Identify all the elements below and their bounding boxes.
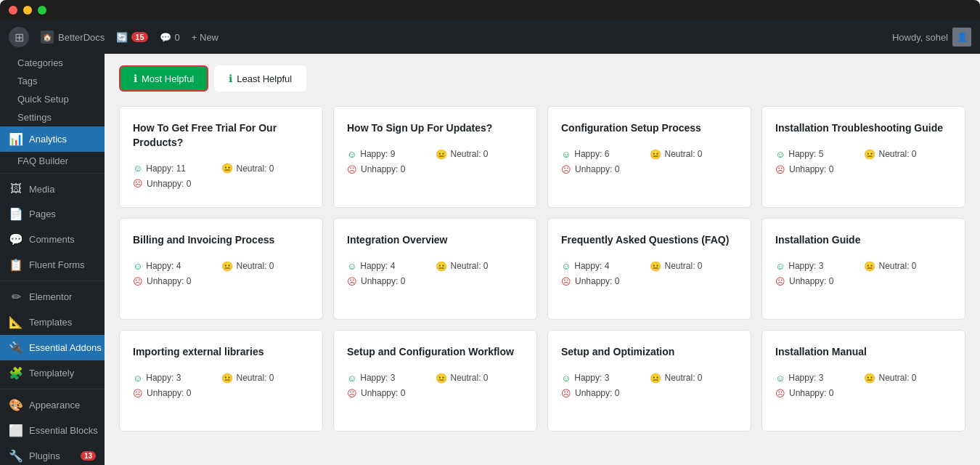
unhappy-label: Unhappy: 0 bbox=[147, 179, 191, 189]
avatar[interactable]: 👤 bbox=[952, 28, 971, 46]
sidebar-item-quick-setup[interactable]: Quick Setup bbox=[0, 90, 105, 108]
unhappy-stat: ☹ Unhappy: 0 bbox=[561, 388, 650, 399]
sidebar-essential-blocks-label: Essential Blocks bbox=[29, 425, 98, 436]
doc-card-11[interactable]: Setup and Optimization ☺ Happy: 3 😐 Neut… bbox=[547, 330, 751, 432]
neutral-label: Neutral: 0 bbox=[879, 261, 917, 271]
unhappy-stat: ☹ Unhappy: 0 bbox=[347, 164, 436, 175]
unhappy-label: Unhappy: 0 bbox=[147, 388, 191, 398]
templately-icon: 🧩 bbox=[9, 366, 23, 380]
sidebar-templates-label: Templates bbox=[29, 317, 72, 328]
sidebar-item-comments[interactable]: 💬 Comments bbox=[0, 227, 105, 252]
unhappy-icon: ☹ bbox=[775, 276, 785, 287]
cards-grid: How To Get Free Trial For Our Products? … bbox=[119, 106, 965, 432]
unhappy-icon: ☹ bbox=[347, 276, 357, 287]
sidebar-pages-label: Pages bbox=[29, 209, 56, 219]
doc-card-3[interactable]: Configuration Setup Process ☺ Happy: 6 😐… bbox=[547, 106, 751, 208]
doc-card-10[interactable]: Setup and Configuration Workflow ☺ Happy… bbox=[333, 330, 537, 432]
tab-least-helpful[interactable]: ℹ Least Helpful bbox=[214, 65, 306, 92]
doc-card-8[interactable]: Installation Guide ☺ Happy: 3 😐 Neutral:… bbox=[761, 218, 965, 320]
sidebar-item-pages[interactable]: 📄 Pages bbox=[0, 201, 105, 227]
sidebar-item-faq-builder[interactable]: FAQ Builder bbox=[0, 152, 105, 170]
sidebar-item-templately[interactable]: 🧩 Templately bbox=[0, 360, 105, 386]
sidebar-item-settings[interactable]: Settings bbox=[0, 108, 105, 126]
comments-group[interactable]: 💬 0 bbox=[160, 32, 180, 43]
neutral-icon: 😐 bbox=[650, 373, 661, 384]
card-stats: ☺ Happy: 6 😐 Neutral: 0 ☹ Unhappy: 0 bbox=[561, 149, 738, 175]
card-stats: ☺ Happy: 3 😐 Neutral: 0 ☹ Unhappy: 0 bbox=[561, 373, 738, 399]
sidebar-item-essential-addons[interactable]: 🔌 Essential Addons 1 bbox=[0, 335, 105, 360]
neutral-stat: 😐 Neutral: 0 bbox=[436, 149, 524, 160]
app-layout: Categories Tags Quick Setup Settings 📊 A… bbox=[0, 54, 980, 465]
maximize-button[interactable] bbox=[38, 6, 46, 15]
sidebar-item-analytics[interactable]: 📊 Analytics bbox=[0, 126, 105, 152]
card-title: Installation Troubleshooting Guide bbox=[775, 121, 952, 136]
unhappy-icon: ☹ bbox=[133, 178, 143, 189]
updates-icon: 🔄 bbox=[116, 32, 128, 43]
howdy-text: Howdy, sohel bbox=[892, 32, 948, 43]
doc-card-1[interactable]: How To Get Free Trial For Our Products? … bbox=[119, 106, 323, 208]
doc-card-9[interactable]: Importing external libraries ☺ Happy: 3 … bbox=[119, 330, 323, 432]
neutral-label: Neutral: 0 bbox=[237, 163, 274, 174]
happy-icon: ☺ bbox=[347, 261, 356, 272]
admin-bar-right: Howdy, sohel 👤 bbox=[892, 28, 971, 46]
sidebar-templately-label: Templately bbox=[29, 368, 74, 379]
unhappy-label: Unhappy: 0 bbox=[575, 276, 619, 286]
sidebar-fluent-forms-label: Fluent Forms bbox=[29, 259, 85, 270]
neutral-icon: 😐 bbox=[650, 149, 661, 160]
neutral-stat: 😐 Neutral: 0 bbox=[221, 373, 310, 384]
updates-group[interactable]: 🔄 15 bbox=[116, 32, 147, 43]
sidebar-item-plugins[interactable]: 🔧 Plugins 13 bbox=[0, 443, 105, 465]
unhappy-icon: ☹ bbox=[561, 164, 571, 175]
wp-icon[interactable]: ⊞ bbox=[9, 27, 29, 47]
doc-card-4[interactable]: Installation Troubleshooting Guide ☺ Hap… bbox=[761, 106, 965, 208]
happy-stat: ☺ Happy: 6 bbox=[561, 149, 650, 160]
unhappy-icon: ☹ bbox=[347, 164, 357, 175]
doc-card-5[interactable]: Billing and Invoicing Process ☺ Happy: 4… bbox=[119, 218, 323, 320]
doc-card-2[interactable]: How To Sign Up For Updates? ☺ Happy: 9 😐… bbox=[333, 106, 537, 208]
sidebar-item-templates[interactable]: 📐 Templates bbox=[0, 310, 105, 335]
sidebar-item-media[interactable]: 🖼 Media bbox=[0, 177, 105, 201]
sidebar-item-appearance[interactable]: 🎨 Appearance bbox=[0, 392, 105, 418]
doc-card-6[interactable]: Integration Overview ☺ Happy: 4 😐 Neutra… bbox=[333, 218, 537, 320]
site-name-group[interactable]: 🏠 BetterDocs bbox=[41, 31, 105, 44]
neutral-icon: 😐 bbox=[436, 261, 447, 272]
doc-card-7[interactable]: Frequently Asked Questions (FAQ) ☺ Happy… bbox=[547, 218, 751, 320]
neutral-stat: 😐 Neutral: 0 bbox=[864, 373, 952, 384]
sidebar-item-elementor[interactable]: ✏ Elementor bbox=[0, 284, 105, 310]
unhappy-label: Unhappy: 0 bbox=[575, 164, 619, 174]
new-button[interactable]: + New bbox=[192, 32, 219, 43]
sidebar-divider-1 bbox=[0, 173, 105, 174]
happy-label: Happy: 4 bbox=[574, 261, 609, 271]
sidebar-item-categories[interactable]: Categories bbox=[0, 54, 105, 72]
fluent-forms-icon: 📋 bbox=[9, 258, 23, 272]
tabs-bar: ℹ Most Helpful ℹ Least Helpful bbox=[119, 65, 965, 92]
site-name: BetterDocs bbox=[58, 32, 105, 43]
sidebar-comments-label: Comments bbox=[29, 234, 75, 245]
unhappy-stat: ☹ Unhappy: 0 bbox=[133, 276, 221, 287]
unhappy-label: Unhappy: 0 bbox=[361, 388, 405, 398]
tab-most-helpful-label: Most Helpful bbox=[142, 73, 194, 84]
happy-stat: ☺ Happy: 11 bbox=[133, 163, 221, 174]
happy-stat: ☺ Happy: 3 bbox=[133, 373, 221, 384]
sidebar-item-fluent-forms[interactable]: 📋 Fluent Forms bbox=[0, 252, 105, 278]
close-button[interactable] bbox=[9, 6, 17, 15]
new-label: + New bbox=[192, 32, 219, 43]
card-title: Setup and Configuration Workflow bbox=[347, 345, 523, 360]
minimize-button[interactable] bbox=[23, 6, 32, 15]
card-title: Integration Overview bbox=[347, 233, 523, 248]
sidebar-item-essential-blocks[interactable]: ⬜ Essential Blocks bbox=[0, 418, 105, 443]
card-stats: ☺ Happy: 3 😐 Neutral: 0 ☹ Unhappy: 0 bbox=[347, 373, 523, 399]
unhappy-label: Unhappy: 0 bbox=[789, 276, 833, 286]
sidebar-appearance-label: Appearance bbox=[29, 400, 80, 411]
sidebar-divider-2 bbox=[0, 280, 105, 281]
sidebar-divider-3 bbox=[0, 389, 105, 389]
appearance-icon: 🎨 bbox=[9, 398, 23, 412]
unhappy-icon: ☹ bbox=[775, 164, 785, 175]
sidebar-item-tags[interactable]: Tags bbox=[0, 72, 105, 90]
happy-icon: ☺ bbox=[347, 373, 356, 384]
tab-most-helpful[interactable]: ℹ Most Helpful bbox=[119, 65, 208, 92]
doc-card-12[interactable]: Installation Manual ☺ Happy: 3 😐 Neutral… bbox=[761, 330, 965, 432]
media-icon: 🖼 bbox=[9, 182, 23, 195]
neutral-stat: 😐 Neutral: 0 bbox=[221, 261, 310, 272]
essential-addons-icon: 🔌 bbox=[9, 341, 23, 355]
